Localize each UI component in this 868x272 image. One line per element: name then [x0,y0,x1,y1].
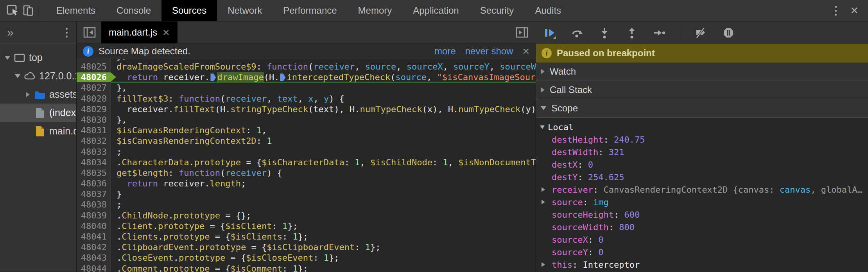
code-text[interactable]: $isCanvasRenderingContext2D: 1 [111,136,536,146]
scope-group-local[interactable]: Local [536,121,868,133]
variable-value: 321 [609,147,624,157]
infobar-more-link[interactable]: more [434,46,456,57]
file-tree-item-127.0.0.1[interactable]: 127.0.0.1 [0,67,76,85]
code-text[interactable]: receiver.fillText(H.stringTypeCheck(text… [111,104,536,115]
tab-sources[interactable]: Sources [161,0,217,21]
tab-security[interactable]: Security [470,0,525,21]
line-number[interactable]: 48031 [77,125,111,136]
pause-on-exceptions-icon[interactable] [722,26,735,39]
navigator-menu-icon[interactable] [64,26,69,39]
deactivate-breakpoints-icon[interactable] [694,26,708,39]
code-line-48043: 48043.CloseEvent.prototype = {$isCloseEv… [77,252,536,263]
code-text[interactable]: }, [111,115,536,125]
code-line-48029: 48029 receiver.fillText(H.stringTypeChec… [77,104,536,115]
code-text[interactable]: .Client.prototype = {$isClient: 1}; [111,221,536,231]
variable-value: img [593,197,609,207]
line-number[interactable]: 48027 [77,82,111,93]
file-tree-item--index-[interactable]: (index) [0,104,76,122]
tab-performance[interactable]: Performance [273,0,347,21]
step-over-icon[interactable] [570,26,584,39]
inspect-element-icon[interactable] [5,3,20,18]
collapsed-arrow-icon[interactable] [542,187,545,192]
show-debugger-sidebar-icon[interactable] [514,24,530,41]
code-text[interactable]: } [111,189,536,199]
device-toolbar-icon[interactable] [20,3,36,18]
code-text[interactable]: .ChildNode.prototype = {}; [111,210,536,221]
section-watch[interactable]: Watch [536,63,868,81]
line-number[interactable]: 48033 [77,147,111,157]
code-text[interactable]: .CloseEvent.prototype = {$isCloseEvent: … [111,252,536,263]
code-text[interactable]: return receiver.length; [111,178,536,189]
scope-variable-source[interactable]: source: img [536,196,868,208]
code-viewer[interactable]: },48025drawImageScaledFromSource$9: func… [77,59,536,272]
breakpoint-line-number[interactable]: 48026 [77,72,111,82]
code-text[interactable]: .CharacterData.prototype = {$isCharacter… [111,157,536,168]
expanded-arrow-icon[interactable] [2,56,13,60]
line-number[interactable]: 48041 [77,231,111,242]
code-text[interactable]: ; [111,199,536,210]
file-tree-item-main.dart.js[interactable]: main.dart.js [0,122,76,140]
tab-elements[interactable]: Elements [46,0,106,21]
collapsed-arrow-icon[interactable] [23,92,33,97]
variable-value: CanvasRenderingContext2D {canvas: [603,185,779,195]
tab-application[interactable]: Application [402,0,469,21]
step-into-icon[interactable] [598,26,611,39]
line-number[interactable]: 48030 [77,115,111,125]
line-number[interactable]: 48044 [77,263,111,272]
more-panels-icon[interactable]: » [7,27,14,38]
close-devtools-icon[interactable]: ✕ [850,5,859,16]
tab-console[interactable]: Console [106,0,161,21]
inline-breakpoint-marker-icon[interactable] [210,73,216,81]
line-number[interactable]: 48043 [77,252,111,263]
line-number[interactable]: 48037 [77,189,111,199]
code-line-48039: 48039.ChildNode.prototype = {}; [77,210,536,221]
tab-close-icon[interactable]: × [163,27,170,38]
file-tree-item-assets[interactable]: assets [0,85,76,104]
code-text[interactable]: ; [111,147,536,157]
devtools-menu-icon[interactable] [833,4,838,17]
code-text[interactable]: drawImageScaledFromSource$9: function(re… [111,61,536,72]
scope-variable-receiver[interactable]: receiver: CanvasRenderingContext2D {canv… [536,183,868,196]
tab-network[interactable]: Network [217,0,273,21]
line-number[interactable]: 48036 [77,178,111,189]
hide-navigator-icon[interactable] [81,24,98,41]
inline-breakpoint-marker-icon[interactable] [280,73,285,81]
line-number[interactable]: 48035 [77,168,111,178]
expanded-arrow-icon[interactable] [13,74,23,78]
line-number[interactable]: 48029 [77,104,111,115]
line-number[interactable]: 48025 [77,61,111,72]
code-text[interactable]: .Clients.prototype = {$isClients: 1}; [111,231,536,242]
code-text[interactable]: }, [111,82,536,93]
variable-value: canvas [780,185,811,195]
code-line-48041: 48041.Clients.prototype = {$isClients: 1… [77,231,536,242]
editor-tab-main-dart-js[interactable]: main.dart.js × [101,21,178,43]
line-number[interactable]: 48040 [77,221,111,231]
section-call-stack[interactable]: Call Stack [536,81,868,99]
code-text[interactable]: get$length: function(receiver) { [111,168,536,178]
infobar-close-icon[interactable]: × [522,45,529,57]
code-text[interactable]: fillText$3: function(receiver, text, x, … [111,93,536,104]
line-number[interactable]: 48034 [77,157,111,168]
tab-audits[interactable]: Audits [524,0,572,21]
code-text[interactable]: $isCanvasRenderingContext: 1, [111,125,536,136]
collapsed-arrow-icon[interactable] [542,262,545,267]
code-text[interactable]: return receiver.drawImage(H.interceptedT… [111,72,536,82]
file-tree-item-top[interactable]: top [0,48,76,67]
code-line-48034: 48034.CharacterData.prototype = {$isChar… [77,157,536,168]
infobar-never-show-link[interactable]: never show [465,46,513,57]
scope-variable-this[interactable]: this: Interceptor [536,258,868,271]
resume-script-icon[interactable] [543,26,556,39]
line-number[interactable]: 48039 [77,210,111,221]
line-number[interactable]: 48042 [77,242,111,252]
line-number[interactable]: 48038 [77,199,111,210]
section-scope[interactable]: Scope [536,99,868,118]
line-number[interactable]: 48032 [77,136,111,146]
step-out-icon[interactable] [625,26,638,39]
tab-memory[interactable]: Memory [348,0,403,21]
step-icon[interactable] [653,26,666,39]
file-tree-label: (index) [49,107,76,118]
collapsed-arrow-icon[interactable] [542,200,545,204]
line-number[interactable]: 48028 [77,93,111,104]
code-text[interactable]: .Comment.prototype = {$isComment: 1}; [111,263,536,272]
code-text[interactable]: .ClipboardEvent.prototype = {$isClipboar… [111,242,536,252]
